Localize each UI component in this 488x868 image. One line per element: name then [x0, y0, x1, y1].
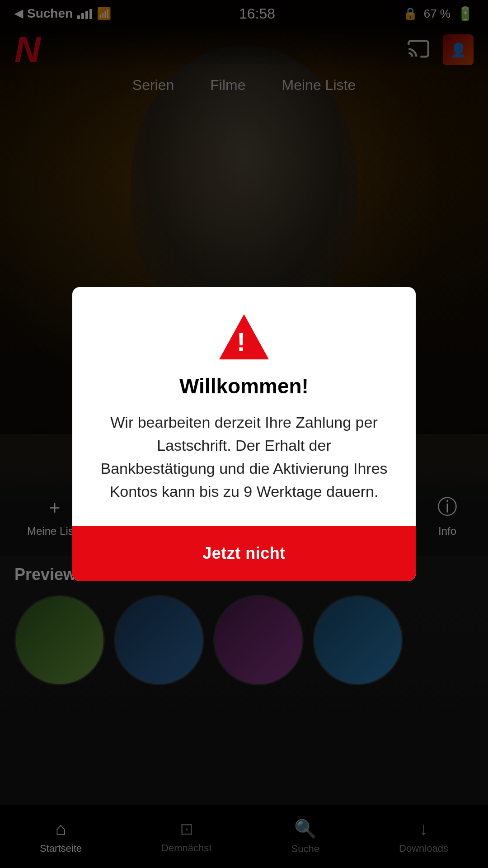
modal-dialog: Willkommen! Wir bearbeiten derzeit Ihre … — [72, 287, 416, 581]
modal-dismiss-button[interactable]: Jetzt nicht — [72, 526, 416, 581]
warning-triangle-icon — [219, 314, 269, 359]
modal-warning-icon — [221, 314, 267, 359]
modal-title: Willkommen! — [99, 374, 389, 398]
modal-body: Wir bearbeiten derzeit Ihre Zahlung per … — [99, 411, 389, 503]
